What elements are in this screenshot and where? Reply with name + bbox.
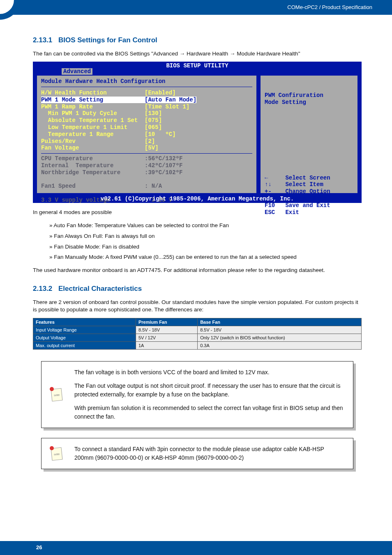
bios-setting-row: PWM 1 Mode Setting [Auto Fan Mode] <box>41 97 252 104</box>
note-icon: note <box>49 387 64 402</box>
bios-setting-row: H/W Health Function [Enabled] <box>41 90 252 97</box>
table-row-label: Output Voltage <box>33 334 136 341</box>
section-title: Electrical Characteristics <box>58 285 142 292</box>
table-cell: 8.5V - 18V <box>136 326 198 334</box>
bios-help-key: ESC Exit <box>265 209 353 216</box>
note1-p1: The fan voltage is in both versions VCC … <box>74 368 345 377</box>
table-header: Features <box>33 318 136 326</box>
bios-help-panel: PWM Confiruration Mode Setting ← Select … <box>261 76 357 193</box>
bios-help-title: PWM Confiruration Mode Setting <box>265 92 353 106</box>
bios-setting-row: Fan Voltage [5V] <box>41 145 252 152</box>
page-header-bar: COMe-cPC2 / Product Specification <box>0 0 392 15</box>
note-box-voltage: note The fan voltage is in both versions… <box>41 361 353 428</box>
bios-readout-row <box>41 176 252 183</box>
note-box-cable: note To connect a standard FAN with 3pin… <box>41 438 353 469</box>
bios-help-key: ↑↓ Select Item <box>265 181 353 188</box>
table-cell: 1A <box>136 341 198 349</box>
section-number: 2.13.1 <box>33 36 52 44</box>
table-cell: 5V / 12V <box>136 334 198 341</box>
table-header: Base Fan <box>198 318 362 326</box>
section-title: BIOS Settings for Fan Control <box>58 36 157 44</box>
bios-setting-row: Pulses/Rev [2] <box>41 138 252 145</box>
bios-screenshot: BIOS SETUP UTILITY Advanced Module Hardw… <box>33 62 362 203</box>
bios-help-key: +- Change Option <box>265 188 353 195</box>
fan-feature-table: FeaturesPremium FanBase FanInput Voltage… <box>33 318 362 350</box>
bios-help-key: ← Select Screen <box>265 175 353 182</box>
electrical-intro: There are 2 version of onboard fan contr… <box>33 299 362 313</box>
mode-item: » Fan Manually Mode: A fixed PWM value (… <box>49 252 362 263</box>
table-row-label: Max. output current <box>33 341 136 349</box>
bios-setting-row: Absolute Temperature 1 Set [075] <box>41 117 252 124</box>
note2-p1: To connect a standard FAN with 3pin conn… <box>74 445 345 462</box>
bios-help-key: F10 Save and Exit <box>265 202 353 209</box>
section-number: 2.13.2 <box>33 285 52 292</box>
page-number: 26 <box>36 544 42 550</box>
section-heading-electrical: 2.13.2 Electrical Characteristics <box>33 285 362 293</box>
bios-setting-row: Min PWM 1 Duty Cycle [130] <box>41 110 252 117</box>
adt-paragraph: The used hardware monitor onboard is an … <box>33 267 362 274</box>
note-icon: note <box>49 446 64 461</box>
bios-tab: Advanced <box>62 68 92 75</box>
bios-readout-row: Northbridge Temperature :39ºC/102ºF <box>41 169 252 176</box>
section-heading-fan-control: 2.13.1 BIOS Settings for Fan Control <box>33 36 362 44</box>
product-spec-label: COMe-cPC2 / Product Specification <box>287 4 372 10</box>
note1-p3: With premium fan solution it is recommen… <box>74 404 345 421</box>
table-header: Premium Fan <box>136 318 198 326</box>
table-row-label: Input Voltage Range <box>33 326 136 334</box>
bios-setting-row: Low Temperature 1 Limit [065] <box>41 124 252 131</box>
note1-p2: The Fan out voltage output is not short … <box>74 382 345 399</box>
table-cell: 0.3A <box>198 341 362 349</box>
bios-readout-row: Fan1 Speed : N/A <box>41 183 252 190</box>
page-content: 2.13.1 BIOS Settings for Fan Control The… <box>33 36 362 479</box>
bios-main-panel: Module Hardware Health Configuration H/W… <box>37 76 256 193</box>
bios-panel-title: Module Hardware Health Configuration <box>41 78 252 87</box>
bios-setting-row: PWM 1 Ramp Rate [Time Slot 1] <box>41 104 252 111</box>
bios-copyright: v02.61 (C)Copyright 1985-2006, American … <box>33 196 362 202</box>
mode-item: » Fan Disable Mode: Fan is disabled <box>49 242 362 252</box>
page-footer-bar: 26 <box>0 541 392 555</box>
bios-setting-row: Temperature 1 Range [10 ºC] <box>41 131 252 138</box>
bios-readout-row: CPU Temperature :56ºC/132ºF <box>41 155 252 162</box>
corner-decoration <box>0 0 20 20</box>
table-cell: Only 12V (switch in BIOS without functio… <box>198 334 362 341</box>
mode-item: » Fan Always On Full: Fan is always full… <box>49 231 362 242</box>
bios-readout-row: Internal Temperature :42ºC/107ºF <box>41 162 252 169</box>
fan-control-intro: The fan can be controlled via the BIOS S… <box>33 50 362 58</box>
table-cell: 8.5V - 18V <box>198 326 362 334</box>
